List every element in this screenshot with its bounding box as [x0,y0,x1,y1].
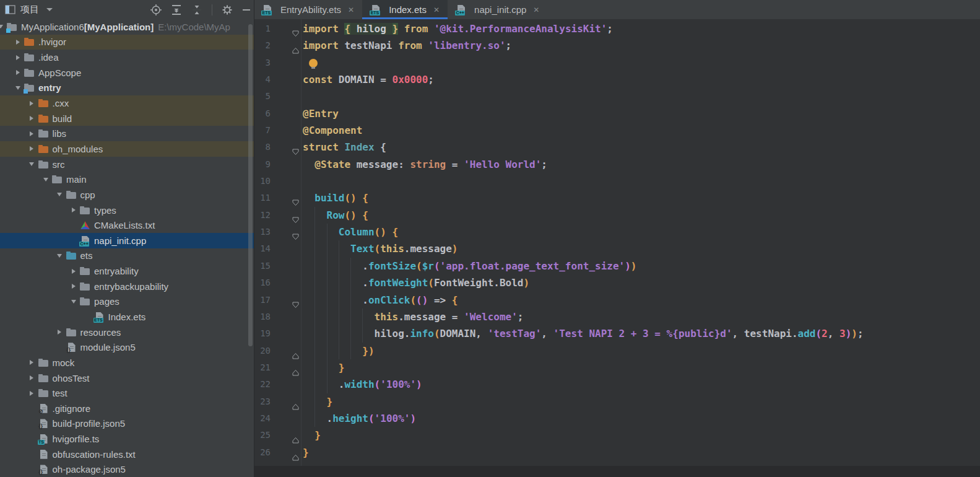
fold-end-icon[interactable] [292,449,300,456]
code-line[interactable]: 25 } [254,427,980,444]
code-line[interactable]: 4const DOMAIN = 0x0000; [254,71,980,88]
tree-item-mock[interactable]: mock [0,355,254,370]
chevron-icon[interactable] [53,330,66,335]
tree-item-.hvigor[interactable]: .hvigor [0,35,254,50]
tree-item-hvigorfile.ts[interactable]: TShvigorfile.ts [0,431,254,447]
project-scrollbar[interactable] [248,24,253,346]
code-line[interactable]: 16 .fontWeight(FontWeight.Bold) [254,274,980,291]
code-line[interactable]: 10 [254,173,980,190]
fold-collapse-icon[interactable] [292,195,300,201]
project-panel-header[interactable]: 项目 [5,0,53,19]
tree-item-entry[interactable]: entry [0,81,254,96]
tree-item-resources[interactable]: resources [0,325,254,340]
tree-item-main[interactable]: main [0,172,254,187]
tree-item-entryability[interactable]: entryability [0,263,254,279]
chevron-icon[interactable] [67,269,80,274]
code-editor[interactable]: 1import { hilog } from '@kit.Performance… [254,19,980,477]
close-tab-icon[interactable]: ✕ [348,6,354,14]
chevron-icon[interactable] [25,101,38,106]
code-line[interactable]: 13 Column() { [254,224,980,240]
code-line[interactable]: 12 Row() { [254,207,980,224]
tree-item-CMakeLists.txt[interactable]: CMakeLists.txt [0,217,254,233]
tree-item-module.json5[interactable]: {}module.json5 [0,339,254,355]
fold-end-icon[interactable] [292,42,300,49]
chevron-icon[interactable] [11,55,24,60]
code-line[interactable]: 17 .onClick(() => { [254,292,980,309]
tree-item-entrybackupability[interactable]: entrybackupability [0,279,254,294]
tree-item-.cxx[interactable]: .cxx [0,95,254,111]
fold-collapse-icon[interactable] [292,297,300,304]
locate-file-icon[interactable] [150,4,162,15]
fold-end-icon[interactable] [292,348,300,354]
chevron-icon[interactable] [67,284,80,289]
code-line[interactable]: 11 build() { [254,190,980,206]
tree-item-.idea[interactable]: .idea [0,50,254,65]
tree-item-build-profile.json5[interactable]: {}build-profile.json5 [0,416,254,432]
tree-item-root[interactable]: MyApplication6 [MyApplication]E:\myCode\… [0,19,254,35]
chevron-icon[interactable] [25,375,38,380]
chevron-down-icon[interactable] [46,8,53,11]
code-line[interactable]: 8struct Index { [254,139,980,155]
close-tab-icon[interactable]: ✕ [433,6,440,14]
fold-collapse-icon[interactable] [292,229,300,235]
fold-end-icon[interactable] [292,398,300,405]
code-line[interactable]: 3 [254,55,980,71]
fold-collapse-icon[interactable] [292,144,300,151]
code-line[interactable]: 7@Component [254,122,980,139]
tree-item-AppScope[interactable]: AppScope [0,65,254,81]
chevron-icon[interactable] [25,116,38,121]
code-line[interactable]: 5 [254,88,980,105]
tree-item-.gitignore[interactable]: ⊘.gitignore [0,401,254,416]
chevron-icon[interactable] [11,86,24,90]
code-line[interactable]: 22 .width('100%') [254,376,980,393]
settings-gear-icon[interactable] [222,4,233,15]
tree-item-libs[interactable]: libs [0,126,254,141]
tree-item-build[interactable]: build [0,111,254,126]
tree-item-napi_init.cpp[interactable]: C++napi_init.cpp [0,233,254,248]
chevron-icon[interactable] [11,40,24,45]
code-line[interactable]: 6@Entry [254,105,980,122]
hide-panel-icon[interactable] [242,4,251,15]
code-line[interactable]: 26} [254,444,980,461]
fold-end-icon[interactable] [292,432,300,439]
tab-Index.ets[interactable]: ETSIndex.ets✕ [362,0,448,19]
chevron-icon[interactable] [11,70,24,75]
tree-item-test[interactable]: test [0,385,254,401]
chevron-icon[interactable] [25,162,38,166]
code-line[interactable]: 14 Text(this.message) [254,240,980,257]
chevron-icon[interactable] [25,146,38,151]
code-line[interactable]: 2import testNapi from 'libentry.so'; [254,37,980,54]
code-line[interactable]: 15 .fontSize($r('app.float.page_text_fon… [254,258,980,274]
code-line[interactable]: 23 } [254,393,980,410]
chevron-icon[interactable] [25,391,38,396]
tree-item-oh_modules[interactable]: oh_modules [0,141,254,157]
chevron-icon[interactable] [67,208,80,212]
tab-EntryAbility.ets[interactable]: ETSEntryAbility.ets✕ [254,0,362,19]
tree-item-cpp[interactable]: cpp [0,187,254,203]
tree-item-pages[interactable]: pages [0,294,254,310]
close-tab-icon[interactable]: ✕ [533,6,539,14]
fold-collapse-icon[interactable] [292,25,300,32]
chevron-icon[interactable] [53,193,66,196]
tree-item-src[interactable]: src [0,157,254,172]
code-line[interactable]: 1import { hilog } from '@kit.Performance… [254,20,980,37]
code-line[interactable]: 21 } [254,359,980,376]
expand-all-icon[interactable] [171,4,182,15]
intention-bulb-icon[interactable] [309,59,318,68]
tree-item-ets[interactable]: ets [0,248,254,264]
chevron-icon[interactable] [25,131,38,136]
fold-collapse-icon[interactable] [292,212,300,219]
code-line[interactable]: 19 hilog.info(DOMAIN, 'testTag', 'Test N… [254,325,980,342]
chevron-icon[interactable] [67,300,80,304]
code-line[interactable]: 9 @State message: string = 'Hello World'… [254,156,980,173]
chevron-icon[interactable] [25,360,38,365]
fold-end-icon[interactable] [292,364,300,371]
tab-napi_init.cpp[interactable]: C++napi_init.cpp✕ [448,0,547,19]
code-line[interactable]: 20 }) [254,343,980,359]
chevron-icon[interactable] [53,254,66,258]
project-tree-panel[interactable]: MyApplication6 [MyApplication]E:\myCode\… [0,19,254,477]
tree-item-oh-package.json5[interactable]: {}oh-package.json5 [0,462,254,477]
collapse-all-icon[interactable] [191,4,202,15]
code-line[interactable]: 24 .height('100%') [254,410,980,427]
code-line[interactable]: 18 this.message = 'Welcome'; [254,309,980,325]
